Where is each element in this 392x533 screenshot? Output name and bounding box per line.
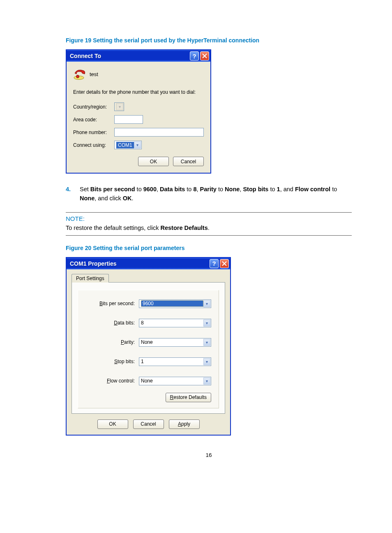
flow-control-label: Flow control:	[85, 378, 139, 384]
cancel-button[interactable]: Cancel	[133, 419, 164, 429]
restore-defaults-button[interactable]: Restore Defaults	[166, 393, 211, 402]
stop-bits-select[interactable]: 1▾	[139, 357, 211, 366]
close-button[interactable]	[220, 259, 229, 268]
help-button[interactable]: ?	[210, 259, 219, 268]
ok-button[interactable]: OK	[97, 419, 128, 429]
chevron-down-icon: ▾	[203, 378, 210, 385]
step-number: 4.	[66, 185, 73, 203]
help-button[interactable]: ?	[190, 51, 199, 60]
cancel-button[interactable]: Cancel	[173, 157, 204, 166]
ok-button[interactable]: OK	[138, 157, 169, 166]
connect-to-dialog: Connect To ? test Enter details	[66, 49, 211, 174]
svg-point-1	[76, 75, 79, 78]
chevron-down-icon: ▾	[203, 300, 210, 307]
phone-number-input[interactable]	[114, 128, 204, 137]
area-code-label: Area code:	[73, 117, 114, 123]
connect-using-label: Connect using:	[73, 142, 114, 148]
parity-label: Parity:	[85, 339, 139, 345]
chevron-down-icon: ▾	[203, 339, 210, 346]
tab-port-settings[interactable]: Port Settings	[71, 274, 109, 283]
chevron-down-icon: ▾	[134, 141, 141, 148]
bits-per-second-label: Bits per second:	[85, 301, 139, 306]
page-number: 16	[66, 452, 352, 458]
step-text: Set Bits per second to 9600, Data bits t…	[80, 185, 352, 203]
figure19-caption: Figure 19 Setting the serial port used b…	[66, 37, 352, 44]
instruction-text: Enter details for the phone number that …	[73, 89, 204, 95]
titlebar: COM1 Properties ?	[67, 258, 230, 269]
step-4: 4. Set Bits per second to 9600, Data bit…	[66, 185, 352, 203]
titlebar: Connect To ?	[67, 50, 210, 62]
data-bits-label: Data bits:	[85, 320, 139, 326]
note-block: NOTE: To restore the default settings, c…	[66, 212, 352, 236]
chevron-down-icon: ▾	[203, 358, 210, 365]
dialog-title: COM1 Properties	[70, 260, 117, 267]
connect-using-select[interactable]: COM1▾	[114, 141, 142, 149]
data-bits-select[interactable]: 8▾	[139, 319, 211, 327]
connection-name: test	[90, 71, 98, 77]
apply-button[interactable]: Apply	[169, 419, 200, 429]
figure20-caption: Figure 20 Setting the serial port parame…	[66, 245, 352, 251]
country-region-label: Country/region:	[73, 104, 114, 110]
com1-properties-dialog: COM1 Properties ? Port Settings Bits per…	[66, 257, 231, 436]
dialog-title: Connect To	[70, 53, 101, 59]
note-label: NOTE:	[66, 215, 352, 222]
chevron-down-icon: ▾	[203, 320, 210, 327]
country-region-select[interactable]: ▾	[114, 102, 124, 111]
note-text: To restore the default settings, click R…	[66, 225, 352, 231]
parity-select[interactable]: None▾	[139, 338, 211, 347]
phone-number-label: Phone number:	[73, 130, 114, 135]
bits-per-second-select[interactable]: 9600▾	[139, 299, 211, 308]
area-code-input[interactable]	[114, 115, 143, 124]
stop-bits-label: Stop bits:	[85, 359, 139, 364]
phone-icon	[73, 67, 86, 81]
chevron-down-icon: ▾	[116, 103, 123, 110]
flow-control-select[interactable]: None▾	[139, 377, 211, 385]
close-button[interactable]	[200, 51, 209, 60]
